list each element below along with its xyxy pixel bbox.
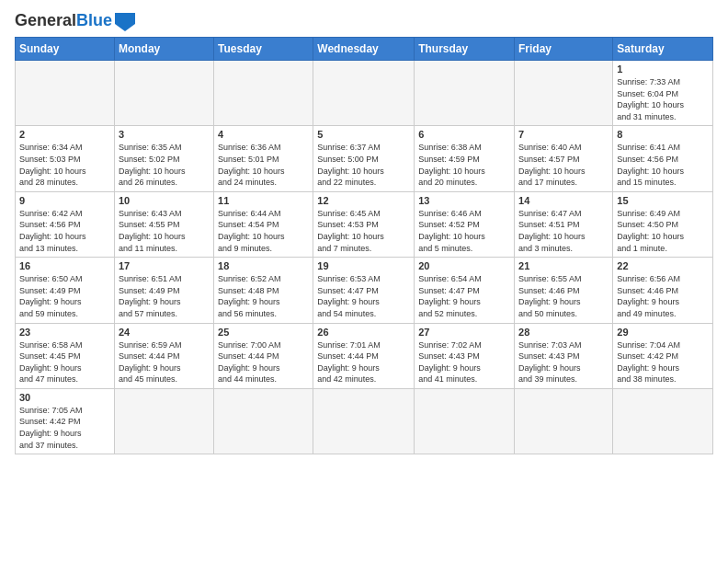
calendar-cell — [415, 388, 515, 454]
day-number: 1 — [617, 63, 709, 75]
day-number: 22 — [617, 260, 709, 271]
calendar-cell — [16, 61, 115, 126]
calendar-cell: 18Sunrise: 6:52 AM Sunset: 4:48 PM Dayli… — [214, 258, 313, 323]
calendar-cell: 6Sunrise: 6:38 AM Sunset: 4:59 PM Daylig… — [415, 126, 515, 191]
calendar-cell: 2Sunrise: 6:34 AM Sunset: 5:03 PM Daylig… — [16, 126, 115, 191]
calendar-cell — [214, 61, 313, 126]
day-number: 12 — [317, 195, 410, 206]
col-sunday: Sunday — [16, 38, 115, 61]
calendar-cell: 9Sunrise: 6:42 AM Sunset: 4:56 PM Daylig… — [16, 191, 115, 257]
calendar-week-row: 2Sunrise: 6:34 AM Sunset: 5:03 PM Daylig… — [16, 126, 713, 191]
day-info: Sunrise: 6:41 AM Sunset: 4:56 PM Dayligh… — [617, 142, 709, 188]
day-number: 3 — [119, 129, 210, 140]
day-info: Sunrise: 6:50 AM Sunset: 4:49 PM Dayligh… — [19, 273, 110, 319]
day-info: Sunrise: 6:44 AM Sunset: 4:54 PM Dayligh… — [218, 208, 309, 254]
calendar-cell: 27Sunrise: 7:02 AM Sunset: 4:43 PM Dayli… — [415, 323, 515, 388]
day-info: Sunrise: 6:51 AM Sunset: 4:49 PM Dayligh… — [119, 273, 210, 319]
day-info: Sunrise: 6:43 AM Sunset: 4:55 PM Dayligh… — [119, 208, 210, 254]
day-number: 2 — [19, 129, 110, 140]
day-number: 28 — [518, 327, 609, 338]
calendar-table: Sunday Monday Tuesday Wednesday Thursday… — [15, 37, 713, 454]
day-info: Sunrise: 6:40 AM Sunset: 4:57 PM Dayligh… — [518, 142, 609, 188]
calendar-cell — [613, 388, 713, 454]
day-number: 20 — [418, 260, 510, 271]
day-info: Sunrise: 6:45 AM Sunset: 4:53 PM Dayligh… — [317, 208, 410, 254]
day-number: 23 — [19, 327, 110, 338]
calendar-cell: 22Sunrise: 6:56 AM Sunset: 4:46 PM Dayli… — [613, 258, 713, 323]
calendar-cell — [114, 61, 213, 126]
calendar-week-row: 9Sunrise: 6:42 AM Sunset: 4:56 PM Daylig… — [16, 191, 713, 257]
calendar-cell: 17Sunrise: 6:51 AM Sunset: 4:49 PM Dayli… — [114, 258, 213, 323]
day-info: Sunrise: 6:36 AM Sunset: 5:01 PM Dayligh… — [218, 142, 309, 188]
calendar-cell: 5Sunrise: 6:37 AM Sunset: 5:00 PM Daylig… — [313, 126, 415, 191]
calendar-week-row: 1Sunrise: 7:33 AM Sunset: 6:04 PM Daylig… — [16, 61, 713, 126]
day-info: Sunrise: 7:05 AM Sunset: 4:42 PM Dayligh… — [19, 405, 110, 451]
day-number: 14 — [518, 195, 609, 206]
day-info: Sunrise: 6:34 AM Sunset: 5:03 PM Dayligh… — [19, 142, 110, 188]
calendar-cell: 29Sunrise: 7:04 AM Sunset: 4:42 PM Dayli… — [613, 323, 713, 388]
calendar-cell — [515, 61, 613, 126]
day-number: 30 — [19, 392, 110, 403]
calendar-cell: 28Sunrise: 7:03 AM Sunset: 4:43 PM Dayli… — [515, 323, 613, 388]
day-info: Sunrise: 6:42 AM Sunset: 4:56 PM Dayligh… — [19, 208, 110, 254]
day-info: Sunrise: 6:49 AM Sunset: 4:50 PM Dayligh… — [617, 208, 709, 254]
calendar-cell — [515, 388, 613, 454]
calendar-cell: 16Sunrise: 6:50 AM Sunset: 4:49 PM Dayli… — [16, 258, 115, 323]
calendar-cell — [415, 61, 515, 126]
calendar-cell: 11Sunrise: 6:44 AM Sunset: 4:54 PM Dayli… — [214, 191, 313, 257]
day-info: Sunrise: 6:56 AM Sunset: 4:46 PM Dayligh… — [617, 273, 709, 319]
day-number: 19 — [317, 260, 410, 271]
col-thursday: Thursday — [415, 38, 515, 61]
calendar-cell: 1Sunrise: 7:33 AM Sunset: 6:04 PM Daylig… — [613, 61, 713, 126]
col-saturday: Saturday — [613, 38, 713, 61]
day-info: Sunrise: 7:00 AM Sunset: 4:44 PM Dayligh… — [218, 339, 309, 385]
col-tuesday: Tuesday — [214, 38, 313, 61]
calendar-week-row: 30Sunrise: 7:05 AM Sunset: 4:42 PM Dayli… — [16, 388, 713, 454]
header: GeneralBlue — [15, 11, 713, 31]
calendar-cell: 15Sunrise: 6:49 AM Sunset: 4:50 PM Dayli… — [613, 191, 713, 257]
day-number: 26 — [317, 327, 410, 338]
svg-marker-0 — [115, 13, 135, 31]
day-number: 25 — [218, 327, 309, 338]
calendar-cell: 24Sunrise: 6:59 AM Sunset: 4:44 PM Dayli… — [114, 323, 213, 388]
calendar-cell — [214, 388, 313, 454]
calendar-cell: 25Sunrise: 7:00 AM Sunset: 4:44 PM Dayli… — [214, 323, 313, 388]
calendar-cell: 4Sunrise: 6:36 AM Sunset: 5:01 PM Daylig… — [214, 126, 313, 191]
logo-general: General — [15, 11, 76, 29]
weekday-header-row: Sunday Monday Tuesday Wednesday Thursday… — [16, 38, 713, 61]
day-number: 8 — [617, 129, 709, 140]
calendar-cell: 7Sunrise: 6:40 AM Sunset: 4:57 PM Daylig… — [515, 126, 613, 191]
day-info: Sunrise: 6:53 AM Sunset: 4:47 PM Dayligh… — [317, 273, 410, 319]
col-monday: Monday — [114, 38, 213, 61]
day-info: Sunrise: 7:01 AM Sunset: 4:44 PM Dayligh… — [317, 339, 410, 385]
day-info: Sunrise: 7:33 AM Sunset: 6:04 PM Dayligh… — [617, 76, 709, 122]
day-number: 17 — [119, 260, 210, 271]
calendar-cell — [313, 61, 415, 126]
day-info: Sunrise: 6:54 AM Sunset: 4:47 PM Dayligh… — [418, 273, 510, 319]
day-number: 4 — [218, 129, 309, 140]
day-number: 21 — [518, 260, 609, 271]
day-number: 13 — [418, 195, 510, 206]
day-number: 18 — [218, 260, 309, 271]
col-wednesday: Wednesday — [313, 38, 415, 61]
day-number: 27 — [418, 327, 510, 338]
day-info: Sunrise: 7:04 AM Sunset: 4:42 PM Dayligh… — [617, 339, 709, 385]
day-info: Sunrise: 6:38 AM Sunset: 4:59 PM Dayligh… — [418, 142, 510, 188]
day-info: Sunrise: 6:52 AM Sunset: 4:48 PM Dayligh… — [218, 273, 309, 319]
day-number: 5 — [317, 129, 410, 140]
page: GeneralBlue Sunday Monday Tuesday Wednes… — [0, 0, 728, 462]
day-number: 16 — [19, 260, 110, 271]
calendar-week-row: 16Sunrise: 6:50 AM Sunset: 4:49 PM Dayli… — [16, 258, 713, 323]
day-number: 29 — [617, 327, 709, 338]
day-info: Sunrise: 7:03 AM Sunset: 4:43 PM Dayligh… — [518, 339, 609, 385]
day-number: 9 — [19, 195, 110, 206]
calendar-cell — [114, 388, 213, 454]
day-number: 15 — [617, 195, 709, 206]
calendar-cell: 8Sunrise: 6:41 AM Sunset: 4:56 PM Daylig… — [613, 126, 713, 191]
calendar-cell: 23Sunrise: 6:58 AM Sunset: 4:45 PM Dayli… — [16, 323, 115, 388]
day-number: 10 — [119, 195, 210, 206]
day-number: 24 — [119, 327, 210, 338]
calendar-cell: 13Sunrise: 6:46 AM Sunset: 4:52 PM Dayli… — [415, 191, 515, 257]
calendar-cell: 30Sunrise: 7:05 AM Sunset: 4:42 PM Dayli… — [16, 388, 115, 454]
day-info: Sunrise: 7:02 AM Sunset: 4:43 PM Dayligh… — [418, 339, 510, 385]
